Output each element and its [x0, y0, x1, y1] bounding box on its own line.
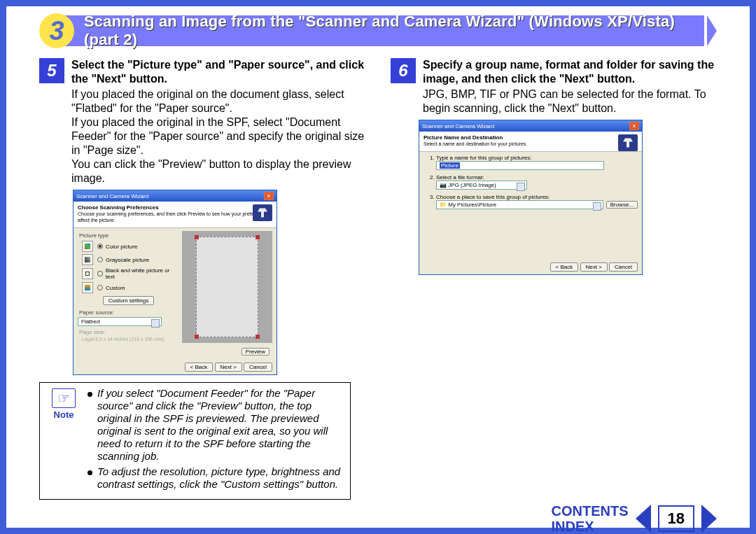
note-bullet: To adjust the resolution, picture type, … — [88, 465, 343, 491]
prev-page-button[interactable] — [636, 505, 651, 533]
radio-grayscale[interactable] — [97, 257, 103, 262]
page-size-value: Legal 8.5 x 14 inches (216 x 356 mm) — [82, 337, 179, 342]
dialog-section-title: Choose Scanning Preferences — [78, 204, 159, 211]
next-page-button[interactable] — [701, 505, 717, 533]
chapter-badge: 3 — [39, 13, 74, 48]
title-bar: 3 Scanning an Image from the "Scanner an… — [39, 13, 717, 48]
group-name-input[interactable]: Picture — [436, 161, 604, 170]
radio-color-label: Color picture — [106, 244, 137, 250]
dialog-section-subtitle: Choose your scanning preferences, and th… — [78, 211, 268, 223]
custom-settings-button[interactable]: Custom settings — [103, 296, 154, 305]
q3-label: Choose a place to save this group of pic… — [436, 194, 638, 200]
page-size-label: Page size: — [79, 329, 179, 335]
next-button[interactable]: Next > — [580, 262, 608, 272]
step5-text: If you placed the original in the SPF, s… — [71, 115, 365, 157]
radio-bw-label: Black and white picture or text — [106, 267, 179, 280]
close-icon: × — [264, 192, 274, 200]
folder-select[interactable]: 📁 My Pictures\Picture — [436, 200, 603, 209]
cancel-button[interactable]: Cancel — [244, 363, 272, 372]
chevron-right-icon — [707, 15, 717, 46]
radio-custom[interactable] — [97, 285, 103, 290]
dialog-section-title: Picture Name and Destination — [424, 134, 503, 141]
radio-color[interactable] — [97, 244, 103, 249]
q2-label: Select a file format: — [436, 174, 638, 181]
radio-grayscale-label: Grayscale picture — [106, 257, 149, 263]
file-format-select[interactable]: 📷 JPG (JPEG Image) — [436, 181, 527, 190]
step6-text: JPG, BMP, TIF or PNG can be selected for… — [423, 87, 717, 115]
dialog-title: Scanner and Camera Wizard — [422, 123, 494, 129]
page-number: 18 — [658, 505, 694, 532]
close-icon: × — [629, 122, 639, 130]
note-box: ☞ Note If you select "Document Feeder" f… — [39, 382, 351, 500]
step-number-badge: 5 — [39, 58, 64, 83]
step5-text: You can click the "Preview" button to di… — [71, 157, 365, 185]
grayscale-icon — [82, 254, 93, 265]
custom-icon — [82, 282, 93, 293]
scanner-icon — [253, 204, 272, 221]
preview-button[interactable]: Preview — [241, 348, 270, 356]
note-label: Note — [54, 409, 74, 420]
cancel-button[interactable]: Cancel — [609, 262, 638, 272]
radio-bw[interactable] — [97, 271, 103, 276]
step5-heading: Select the "Picture type" and "Paper sou… — [71, 58, 365, 86]
preview-pane: Preview — [182, 231, 272, 343]
pointing-hand-icon: ☞ — [52, 388, 76, 408]
note-bullet: If you select "Document Feeder" for the … — [88, 387, 343, 463]
q1-label: Type a name for this group of pictures: — [436, 155, 638, 161]
picture-type-label: Picture type — [79, 232, 179, 239]
chapter-title: Scanning an Image from the "Scanner and … — [56, 15, 704, 46]
dialog-screenshot: Scanner and Camera Wizard × Choose Scann… — [73, 190, 277, 375]
contents-link[interactable]: CONTENTS — [552, 504, 629, 518]
next-button[interactable]: Next > — [215, 363, 242, 372]
step5-text: If you placed the original on the docume… — [71, 87, 365, 115]
dialog-screenshot: Scanner and Camera Wizard × Picture Name… — [419, 120, 643, 275]
step6-heading: Specify a group name, format and folder … — [423, 58, 717, 86]
bw-icon — [82, 268, 93, 279]
back-button[interactable]: < Back — [550, 262, 579, 272]
scanner-icon — [618, 134, 638, 151]
dialog-title: Scanner and Camera Wizard — [76, 193, 148, 199]
browse-button[interactable]: Browse... — [606, 201, 638, 209]
radio-custom-label: Custom — [106, 285, 125, 291]
back-button[interactable]: < Back — [185, 363, 214, 372]
index-link[interactable]: INDEX — [552, 519, 629, 533]
color-icon — [82, 241, 93, 252]
paper-source-select[interactable]: Flatbed — [78, 317, 162, 326]
dialog-section-subtitle: Select a name and destination for your p… — [424, 141, 527, 146]
nav-links: CONTENTS INDEX — [552, 504, 629, 533]
paper-source-label: Paper source: — [79, 309, 179, 316]
step-number-badge: 6 — [391, 58, 416, 83]
